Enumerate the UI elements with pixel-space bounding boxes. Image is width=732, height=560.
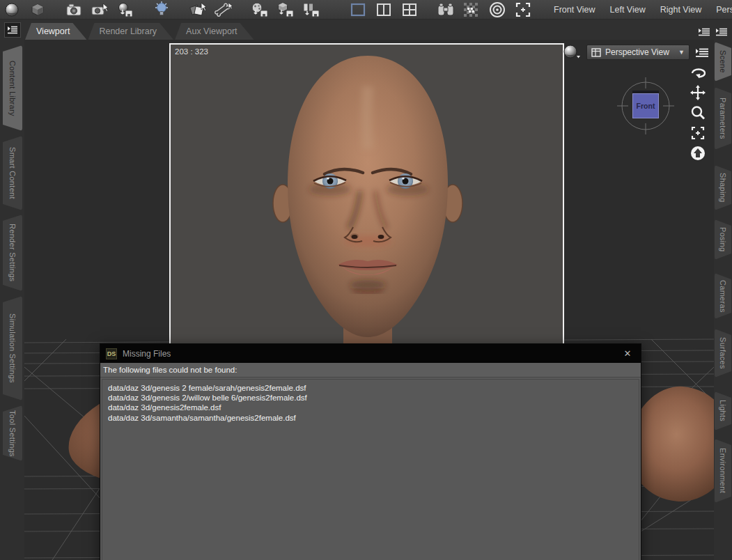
single-pane-layout-icon[interactable]: [349, 1, 367, 18]
spot-render-grid-icon[interactable]: [462, 1, 481, 18]
render-save-icon[interactable]: [116, 1, 134, 18]
two-pane-layout-icon[interactable]: [375, 1, 393, 18]
textured-cube-icon[interactable]: [29, 1, 47, 18]
chevron-down-icon: ▼: [678, 49, 685, 56]
sidebar-item-parameters[interactable]: Parameters: [715, 87, 731, 150]
dock-options-menu-icon[interactable]: [698, 27, 710, 37]
missing-files-dialog: DS Missing Files ✕ The following files c…: [100, 343, 641, 560]
tab-aux-viewport[interactable]: Aux Viewport: [175, 23, 254, 40]
sidebar-item-shaping[interactable]: Shaping: [715, 165, 731, 210]
sidebar-item-lights[interactable]: Lights: [715, 391, 731, 430]
home-view-icon[interactable]: [690, 146, 706, 161]
sidebar-item-surfaces[interactable]: Surfaces: [715, 329, 731, 378]
surface-selection-cursor-icon[interactable]: [189, 1, 207, 18]
pan-icon[interactable]: [690, 85, 706, 100]
sidebar-item-posing[interactable]: Posing: [715, 219, 731, 260]
view-orientation-cube[interactable]: Front: [614, 75, 677, 137]
missing-files-list[interactable]: data/daz 3d/genesis 2 female/sarah/genes…: [102, 379, 639, 560]
camera-icon[interactable]: [65, 1, 83, 18]
viewport-nav-tools: [690, 65, 706, 161]
orbit-icon[interactable]: [690, 65, 706, 80]
tab-viewport[interactable]: Viewport: [25, 23, 86, 40]
list-item: data/daz 3d/genesis 2/willow belle 6/gen…: [108, 393, 633, 403]
left-view-button[interactable]: Left View: [607, 5, 649, 15]
main-toolbar: Front View Left View Right View Perspect…: [0, 0, 732, 20]
perspective-view-button[interactable]: Perspective View: [712, 5, 732, 15]
binoculars-icon[interactable]: [437, 1, 455, 18]
shaded-sphere-icon[interactable]: [3, 1, 21, 18]
front-view-button[interactable]: Front View: [550, 5, 599, 15]
camera-selector-value: Perspective View: [605, 47, 669, 57]
daz-studio-window: Front View Left View Right View Perspect…: [0, 0, 732, 560]
view-cube-front-face[interactable]: Front: [632, 93, 659, 118]
sidebar-item-smart-content[interactable]: Smart Content: [3, 136, 22, 210]
tab-render-library[interactable]: Render Library: [88, 23, 173, 40]
aim-bullseye-icon[interactable]: [488, 1, 506, 18]
pane-menu-icon[interactable]: [4, 22, 21, 38]
dialog-message: The following files could not be found:: [100, 363, 641, 378]
frame-selection-icon[interactable]: [514, 1, 532, 18]
list-item: data/daz 3d/genesis2female.dsf: [108, 403, 633, 412]
sidebar-item-cameras[interactable]: Cameras: [715, 273, 731, 319]
viewport-options-menu-icon[interactable]: [695, 47, 709, 58]
viewport-tab-bar: Viewport Render Library Aux Viewport: [0, 20, 732, 40]
close-icon[interactable]: ✕: [620, 347, 635, 361]
dock-options-menu-icon-2[interactable]: [715, 27, 728, 37]
list-item: data/daz 3d/samantha/samantha/genesis2fe…: [108, 413, 633, 423]
dialog-title: Missing Files: [123, 349, 171, 359]
camera-selector-dropdown[interactable]: Perspective View ▼: [586, 45, 690, 60]
frame-icon[interactable]: [690, 125, 706, 141]
dialog-title-bar[interactable]: DS Missing Files ✕: [100, 344, 641, 363]
sidebar-item-render-settings[interactable]: Render Settings: [3, 215, 22, 291]
shader-save-icon[interactable]: [277, 1, 295, 18]
light-bulb-icon[interactable]: [153, 1, 171, 18]
layout-save-icon[interactable]: [302, 1, 320, 18]
right-view-button[interactable]: Right View: [657, 5, 706, 15]
bone-cursor-icon[interactable]: [215, 1, 233, 18]
sidebar-item-environment[interactable]: Environment: [715, 439, 731, 503]
sidebar-item-content-library[interactable]: Content Library: [3, 45, 22, 131]
aspect-ratio-label: 203 : 323: [175, 47, 208, 56]
draw-style-sphere-icon[interactable]: [563, 44, 581, 61]
sidebar-item-simulation-settings[interactable]: Simulation Settings: [3, 296, 22, 400]
camera-cursor-icon[interactable]: [91, 1, 109, 18]
zoom-icon[interactable]: [690, 105, 706, 120]
material-save-icon[interactable]: [251, 1, 269, 18]
four-pane-layout-icon[interactable]: [400, 1, 419, 18]
list-item: data/daz 3d/genesis 2 female/sarah/genes…: [108, 383, 633, 393]
daz-studio-logo-icon: DS: [106, 348, 117, 359]
left-dock-strip: Content Library Smart Content Render Set…: [0, 40, 24, 560]
right-dock-strip: Scene Parameters Shaping Posing Cameras …: [714, 40, 732, 560]
sidebar-item-tool-settings[interactable]: Tool Settings: [3, 405, 22, 461]
camera-view-icon: [591, 48, 601, 57]
sidebar-item-scene[interactable]: Scene: [715, 42, 731, 81]
